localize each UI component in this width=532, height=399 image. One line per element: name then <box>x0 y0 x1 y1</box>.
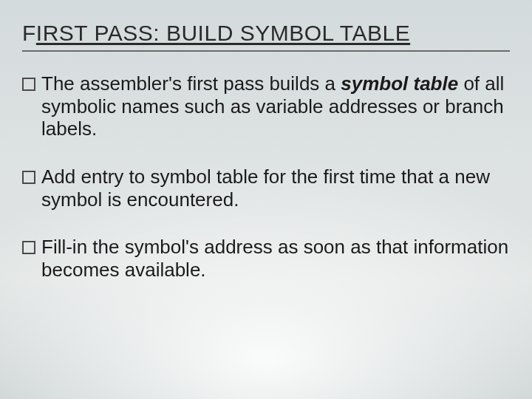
bullet-lead: Add <box>41 166 75 188</box>
slide-body: The assembler's first pass builds a symb… <box>22 72 510 282</box>
title-text-pre: F <box>22 21 36 45</box>
bullet-lead: Fill-in <box>41 236 87 258</box>
title-underline <box>22 50 510 52</box>
bullet-item: The assembler's first pass builds a symb… <box>22 72 510 140</box>
square-bullet-icon <box>22 241 35 254</box>
bullet-emphasis: symbol table <box>341 72 458 95</box>
slide: FIRST PASS: BUILD SYMBOL TABLE The assem… <box>0 0 532 399</box>
bullet-segment: entry to symbol table for the first time… <box>41 166 490 211</box>
bullet-text: Fill-in the symbol's address as soon as … <box>41 236 510 281</box>
square-bullet-icon <box>22 171 35 184</box>
title-text-underlined: IRST PASS: BUILD SYMBOL TABLE <box>36 21 410 45</box>
bullet-segment: assembler's first pass builds a <box>75 72 341 95</box>
bullet-text: Add entry to symbol table for the first … <box>41 166 510 211</box>
bullet-lead: The <box>41 72 75 95</box>
bullet-item: Add entry to symbol table for the first … <box>22 166 510 211</box>
bullet-item: Fill-in the symbol's address as soon as … <box>22 236 510 281</box>
bullet-segment: the symbol's address as soon as that inf… <box>41 236 508 281</box>
square-bullet-icon <box>22 78 35 91</box>
bullet-text: The assembler's first pass builds a symb… <box>41 72 510 140</box>
slide-title: FIRST PASS: BUILD SYMBOL TABLE <box>22 21 510 49</box>
